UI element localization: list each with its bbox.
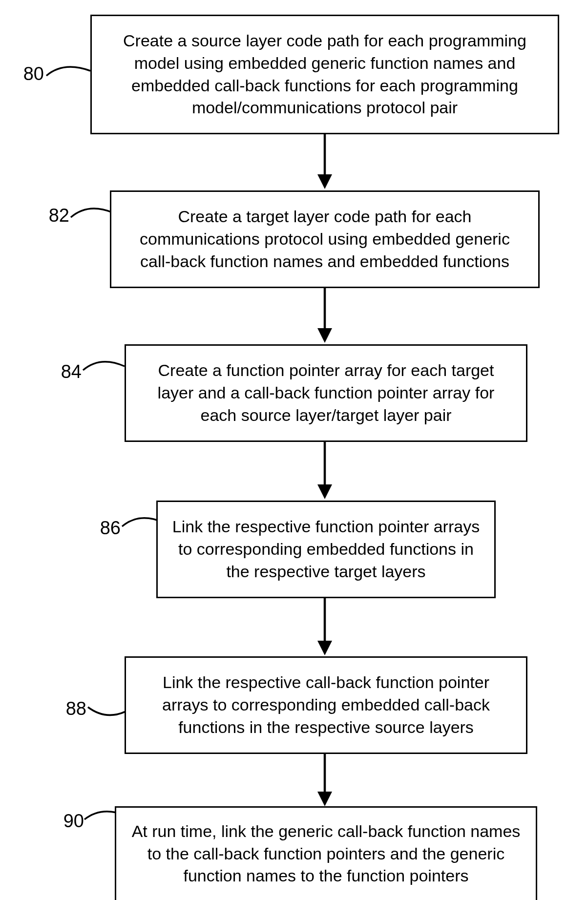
svg-marker-3: [317, 328, 332, 343]
leader-line-80: [44, 59, 93, 88]
step-text-90: At run time, link the generic call-back …: [129, 820, 523, 888]
step-label-82: 82: [34, 205, 69, 226]
step-label-84: 84: [46, 361, 82, 382]
step-text-88: Link the respective call-back function p…: [139, 671, 513, 739]
svg-marker-9: [317, 792, 332, 806]
step-box-90: At run time, link the generic call-back …: [115, 806, 537, 900]
arrow-88-90: [313, 754, 337, 808]
arrow-84-86: [313, 442, 337, 501]
step-box-82: Create a target layer code path for each…: [110, 190, 540, 288]
step-label-90: 90: [49, 811, 84, 832]
step-box-84: Create a function pointer array for each…: [125, 344, 527, 442]
flowchart-canvas: 80 Create a source layer code path for e…: [0, 0, 588, 900]
step-text-84: Create a function pointer array for each…: [139, 359, 513, 427]
step-text-86: Link the respective function pointer arr…: [170, 516, 482, 583]
step-text-82: Create a target layer code path for each…: [124, 206, 525, 273]
step-label-88: 88: [51, 698, 86, 719]
step-box-88: Link the respective call-back function p…: [125, 656, 527, 754]
arrow-82-84: [313, 288, 337, 344]
step-label-86: 86: [85, 518, 121, 539]
svg-marker-7: [317, 641, 332, 655]
svg-marker-1: [317, 174, 332, 189]
svg-marker-5: [317, 484, 332, 499]
step-text-80: Create a source layer code path for each…: [105, 30, 545, 120]
step-label-80: 80: [9, 63, 44, 84]
step-box-86: Link the respective function pointer arr…: [156, 501, 496, 598]
step-box-80: Create a source layer code path for each…: [90, 15, 559, 134]
leader-line-84: [81, 356, 129, 385]
arrow-80-82: [313, 134, 337, 190]
arrow-86-88: [313, 598, 337, 657]
